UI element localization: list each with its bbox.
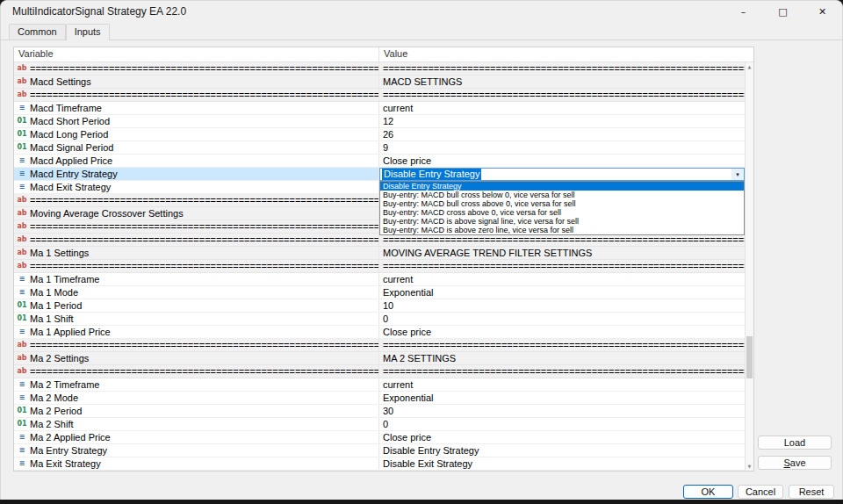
scroll-up-icon[interactable]: ▲ [746,62,753,71]
scroll-down-icon[interactable]: ▼ [746,462,753,471]
table-row[interactable]: 01Ma 1 Shift0 [14,313,745,326]
value-cell[interactable]: current [379,273,745,285]
string-icon: ab [16,234,28,246]
value-cell[interactable]: MA 2 SETTINGS [379,352,745,364]
table-row[interactable]: 01Macd Short Period12 [14,115,745,128]
string-icon: ab [16,207,28,220]
table-row[interactable]: ≡Macd Applied PriceClose price [14,155,745,168]
table-row[interactable]: ≡Ma Exit StrategyDisable Exit Strategy [14,457,745,471]
variable-cell: ab======================================… [14,260,379,272]
value-cell[interactable]: 12 [379,115,745,127]
value-cell[interactable]: 10 [379,299,745,312]
value-cell[interactable]: 9 [379,141,745,154]
dropdown-option[interactable]: Buy-entry: MACD is above zero line, vice… [380,226,744,234]
enum-icon: ≡ [16,392,28,404]
chevron-down-icon[interactable]: ▾ [731,169,744,180]
table-row[interactable]: ab======================================… [14,260,745,273]
value-cell[interactable]: MOVING AVERAGE TREND FILTER SETTINGS [379,247,745,259]
table-row[interactable]: ≡Ma 1 Applied PriceClose price [14,326,745,339]
value-cell[interactable]: Exponential [379,392,745,404]
table-row[interactable]: 01Ma 2 Period30 [14,405,745,418]
value-cell[interactable]: 30 [379,405,745,417]
table-row[interactable]: 01Ma 1 Period10 [14,299,745,313]
value-cell[interactable]: MACD SETTINGS [379,76,745,88]
table-row[interactable]: ≡Ma 1 Timeframecurrent [14,273,745,286]
value-cell[interactable]: ========================================… [379,234,745,246]
variable-label: Ma 1 Applied Price [30,327,111,337]
integer-icon: 01 [16,418,28,430]
value-cell[interactable]: current [379,378,745,391]
vertical-scrollbar[interactable]: ▲ ▼ [745,62,753,471]
table-row[interactable]: ab======================================… [14,234,745,247]
value-cell[interactable]: ========================================… [379,260,745,272]
dropdown-option[interactable]: Buy-entry: MACD bull cross below 0, vice… [380,191,744,199]
value-cell[interactable]: current [379,102,745,114]
value-cell[interactable]: Exponential [379,286,745,299]
reset-button[interactable]: Reset [789,485,834,499]
variable-label: Ma 1 Settings [30,248,89,258]
dropdown-option[interactable]: Buy-entry: MACD is above signal line, vi… [380,217,744,226]
value-cell[interactable]: 0 [379,313,745,325]
dropdown-option[interactable]: Buy-entry: MACD bull cross above 0, vice… [380,199,744,208]
cancel-button[interactable]: Cancel [738,485,783,499]
value-cell[interactable]: Close price [379,431,745,443]
save-button-label: Save [783,457,805,468]
value-cell[interactable]: 0 [379,418,745,430]
minimize-button[interactable]: – [724,1,763,22]
table-row[interactable]: abMa 1 SettingsMOVING AVERAGE TREND FILT… [14,247,745,260]
value-cell[interactable]: Close price [379,155,745,167]
tab-inputs[interactable]: Inputs [66,24,110,40]
dropdown-option[interactable]: Buy-entry: MACD cross above 0, vice vers… [380,208,744,217]
table-row[interactable]: ab======================================… [14,89,745,102]
variable-label: Ma 2 Period [30,406,82,416]
table-row[interactable]: ≡Ma 2 ModeExponential [14,392,745,405]
variable-label: ========================================… [30,261,379,271]
value-cell[interactable]: ========================================… [379,62,745,75]
integer-icon: 01 [16,405,28,417]
table-header: Variable Value [14,47,753,62]
value-cell[interactable]: ========================================… [379,365,745,378]
table-row[interactable]: 01Macd Long Period26 [14,128,745,141]
table-row[interactable]: 01Macd Signal Period9 [14,141,745,155]
table-row[interactable]: 01Ma 2 Shift0 [14,418,745,431]
table-row[interactable]: abMa 2 SettingsMA 2 SETTINGS [14,352,745,365]
tab-common[interactable]: Common [9,24,66,40]
table-row[interactable]: ab======================================… [14,62,745,76]
minimize-icon: – [741,6,746,18]
table-row[interactable]: ≡Ma 2 Applied PriceClose price [14,431,745,444]
enum-icon: ≡ [16,326,28,338]
table-row[interactable]: ab======================================… [14,365,745,378]
variable-label: ========================================… [30,366,379,377]
column-header-variable[interactable]: Variable [14,47,379,61]
column-header-value[interactable]: Value [379,47,753,61]
variable-label: ========================================… [30,234,379,245]
table-row[interactable]: ab======================================… [14,339,745,352]
variable-label: ========================================… [30,90,379,100]
variable-label: Ma 2 Mode [30,392,78,403]
variable-label: Ma 2 Settings [30,353,89,364]
maximize-button[interactable]: □ [763,1,803,22]
value-cell[interactable]: 26 [379,128,745,140]
ok-button[interactable]: OK [683,485,733,499]
value-cell[interactable]: Disable Entry Strategy [379,444,745,457]
table-row[interactable]: ≡Ma Entry StrategyDisable Entry Strategy [14,444,745,457]
value-cell[interactable]: Disable Exit Strategy [379,457,745,470]
value-cell[interactable]: ========================================… [379,339,745,351]
variable-label: Macd Applied Price [30,155,112,166]
variable-label: ========================================… [30,63,379,74]
variable-cell: abMacd Settings [14,76,379,88]
value-cell[interactable]: Close price [379,326,745,338]
table-row[interactable]: ≡Ma 1 ModeExponential [14,286,745,299]
enum-icon: ≡ [16,457,28,470]
dropdown-option[interactable]: Disable Entry Strategy [380,182,744,191]
scrollbar-thumb[interactable] [746,336,753,378]
value-cell[interactable]: ========================================… [379,89,745,101]
close-button[interactable]: ✕ [803,1,842,22]
reset-button-label: Reset [799,486,825,497]
table-row[interactable]: abMacd SettingsMACD SETTINGS [14,76,745,89]
save-button[interactable]: Save [758,456,832,470]
load-button[interactable]: Load [758,436,832,450]
table-row[interactable]: ≡Ma 2 Timeframecurrent [14,378,745,392]
macd-entry-strategy-combobox[interactable]: Disable Entry Strategy ▾ [379,168,745,181]
table-row[interactable]: ≡Macd Timeframecurrent [14,102,745,115]
